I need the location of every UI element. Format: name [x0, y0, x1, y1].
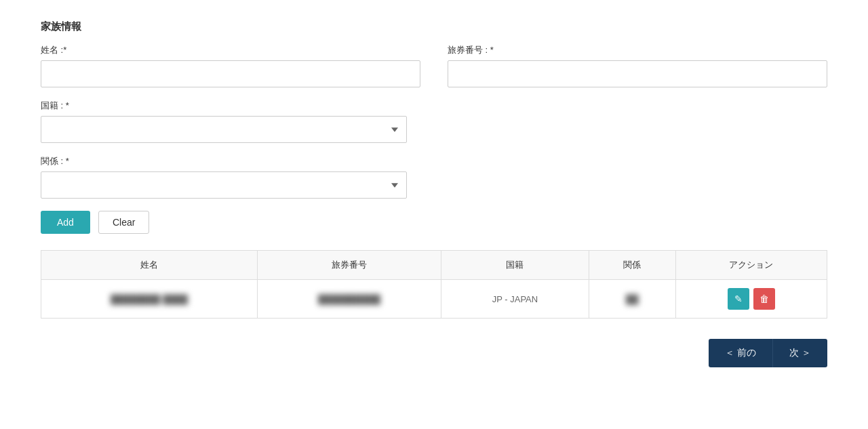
cell-passport: ██████████ [257, 280, 441, 319]
col-header-passport: 旅券番号 [257, 251, 441, 280]
button-row: Add Clear [41, 211, 827, 234]
table-header-row: 姓名 旅券番号 国籍 関係 アクション [41, 251, 827, 280]
trash-icon: 🗑 [760, 293, 769, 304]
relation-label: 関係 : * [41, 155, 407, 167]
col-header-relation: 関係 [589, 251, 675, 280]
nationality-label: 国籍 : * [41, 100, 407, 112]
form-group-passport: 旅券番号 : * [448, 44, 827, 87]
col-header-action: アクション [675, 251, 827, 280]
form-group-name: 姓名 :* [41, 44, 420, 87]
passport-input[interactable] [448, 60, 827, 87]
clear-button[interactable]: Clear [98, 211, 149, 234]
form-row-relation: 関係 : * [41, 155, 827, 199]
add-button[interactable]: Add [41, 211, 90, 234]
col-header-nationality: 国籍 [441, 251, 589, 280]
form-row-name-passport: 姓名 :* 旅券番号 : * [41, 44, 827, 87]
cell-nationality: JP - JAPAN [441, 280, 589, 319]
relation-select[interactable] [41, 171, 407, 199]
footer-nav: ＜ 前の 次 ＞ [41, 339, 827, 367]
form-group-relation: 関係 : * [41, 155, 407, 199]
cell-name: ████████ ████ [41, 280, 258, 319]
col-header-name: 姓名 [41, 251, 258, 280]
nationality-select[interactable] [41, 116, 407, 143]
family-table: 姓名 旅券番号 国籍 関係 アクション ████████ ███████████… [41, 250, 827, 319]
form-group-nationality: 国籍 : * [41, 100, 407, 143]
prev-button[interactable]: ＜ 前の [709, 339, 772, 367]
passport-label: 旅券番号 : * [448, 44, 827, 56]
cell-relation: ██ [589, 280, 675, 319]
action-buttons-group: ✎🗑 [687, 288, 816, 310]
edit-icon: ✎ [734, 293, 743, 304]
edit-button[interactable]: ✎ [728, 288, 749, 310]
delete-button[interactable]: 🗑 [753, 288, 775, 310]
section-title: 家族情報 [41, 20, 827, 33]
form-row-nationality: 国籍 : * [41, 100, 827, 143]
next-button[interactable]: 次 ＞ [772, 339, 827, 367]
table-row: ████████ ██████████████JP - JAPAN██✎🗑 [41, 280, 827, 319]
page-wrapper: 家族情報 姓名 :* 旅券番号 : * 国籍 : * 関係 : * A [0, 0, 868, 429]
cell-action: ✎🗑 [675, 280, 827, 319]
name-input[interactable] [41, 60, 420, 87]
name-label: 姓名 :* [41, 44, 420, 56]
